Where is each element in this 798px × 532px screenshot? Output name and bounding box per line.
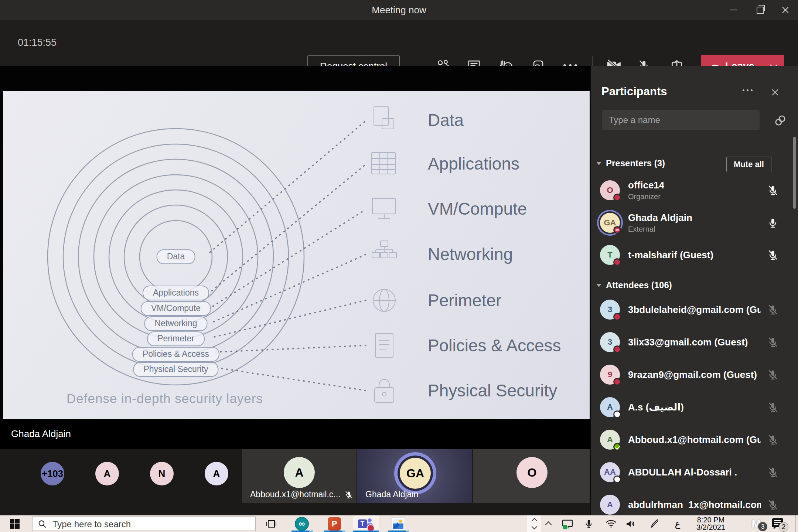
participant-name: 3lix33@gmail.com (Guest) — [628, 337, 748, 348]
shared-screen-stage: Data Applications VM/Compute Networking … — [0, 66, 590, 449]
participant-avatar: A — [205, 462, 228, 485]
presence-badge — [613, 443, 621, 451]
layer-pill-perimeter: Perimeter — [147, 331, 205, 346]
participant-row-t-malsharif[interactable]: T t-malsharif (Guest) — [591, 239, 798, 271]
participant-name: abdulrhman_1x@hotmail.com — [628, 499, 761, 511]
legend-label-policies-access: Policies & Access — [428, 335, 561, 355]
participant-filmstrip: +103 A N A A Abboud.x1@hotmail.c... GA G… — [0, 449, 590, 515]
layer-pill-applications: Applications — [143, 286, 209, 300]
avatar: O — [600, 180, 620, 200]
mic-off-icon[interactable] — [767, 304, 779, 316]
taskbar-search-input[interactable] — [52, 517, 253, 531]
avatar: A — [284, 457, 315, 488]
overflow-participants-avatar[interactable]: +103 — [41, 462, 64, 485]
windows-taskbar: ∞ P T — [0, 515, 798, 532]
video-tile-ghada-active-speaker[interactable]: GA Ghada Aldjain — [357, 449, 472, 503]
close-button[interactable] — [773, 0, 798, 20]
participant-row-office14[interactable]: O office14 Organizer — [591, 174, 798, 207]
mic-off-icon[interactable] — [767, 466, 779, 478]
participant-row-ghada[interactable]: GA Ghada Aldjain External — [591, 207, 798, 239]
panel-more-button[interactable] — [743, 89, 753, 91]
attendees-section-header[interactable]: Attendees (106) — [596, 280, 672, 290]
mic-off-icon[interactable] — [767, 434, 779, 446]
call-control-bar: 01:15:55 Request control — [0, 20, 798, 66]
close-icon — [771, 88, 779, 96]
mic-off-icon[interactable] — [767, 249, 779, 261]
avatar: 3 — [600, 332, 620, 352]
tray-scroll-buttons[interactable] — [527, 515, 541, 532]
org-chart-icon — [372, 241, 396, 258]
participant-row[interactable]: 3 3bdulelaheid@gmail.com (Gu... — [591, 293, 798, 326]
legend-label-networking: Networking — [428, 244, 513, 264]
taskbar-app-photos[interactable] — [385, 515, 411, 532]
wifi-icon — [606, 519, 617, 528]
slide-caption: Defense in-depth security layers — [66, 391, 263, 406]
running-indicator — [324, 531, 342, 532]
apps-grid-icon — [372, 153, 395, 174]
mic-off-icon — [344, 490, 353, 499]
video-tile-o[interactable]: O — [473, 449, 590, 503]
avatar-initials: 3 — [608, 305, 612, 314]
tile-participant-name: Abboud.x1@hotmail.c... — [250, 490, 341, 499]
participant-search-input[interactable] — [602, 110, 760, 130]
tray-cast-icon[interactable] — [559, 515, 576, 532]
participant-row[interactable]: A abdulrhman_1x@hotmail.com — [591, 488, 798, 515]
start-button[interactable] — [7, 518, 23, 529]
mic-off-icon[interactable] — [767, 401, 779, 413]
mic-off-icon[interactable] — [767, 369, 779, 381]
legend-label-vm-compute: VM/Compute — [428, 199, 527, 219]
participant-name: ABDULLAH Al-Dossari . — [628, 467, 737, 478]
taskbar-app-powerpoint[interactable]: P — [321, 515, 347, 532]
avatar-initials: 9 — [608, 370, 612, 379]
participant-row[interactable]: AA ABDULLAH Al-Dossari . — [591, 456, 798, 488]
presenters-section-header[interactable]: Presenters (3) — [596, 158, 665, 168]
mic-off-icon[interactable] — [767, 336, 779, 348]
tray-mic-icon[interactable] — [581, 515, 597, 532]
speaker-icon — [625, 519, 636, 528]
mic-off-icon[interactable] — [767, 184, 779, 196]
copy-join-link-button[interactable] — [773, 113, 788, 128]
presenters-header-label: Presenters (3) — [606, 158, 665, 168]
notifications-badge: 2 — [779, 522, 788, 532]
restore-button[interactable] — [747, 0, 773, 20]
avatar-initials: A — [607, 402, 613, 412]
monitor-icon — [372, 198, 395, 219]
presenter-name-bar: Ghada Aldjain — [0, 419, 590, 449]
presence-badge — [613, 258, 621, 266]
show-desktop-button[interactable] — [795, 515, 798, 532]
taskbar-search[interactable] — [32, 516, 256, 531]
video-tile-abboud[interactable]: A Abboud.x1@hotmail.c... — [242, 449, 357, 503]
presence-badge — [613, 345, 621, 353]
mute-all-button[interactable]: Mute all — [726, 157, 771, 172]
presence-badge — [613, 313, 621, 321]
chevron-down-icon — [596, 284, 601, 287]
participant-row[interactable]: A A.s (الضيف) — [591, 391, 798, 423]
avatar-initials: O — [607, 185, 613, 195]
tray-wifi-icon[interactable] — [603, 515, 619, 532]
tray-language-indicator[interactable]: ع — [669, 515, 686, 532]
task-view-button[interactable] — [263, 518, 279, 530]
participant-row[interactable]: 3 3lix33@gmail.com (Guest) — [591, 326, 798, 358]
participant-row[interactable]: A Abboud.x1@hotmail.com (Gu... — [591, 423, 798, 456]
show-hidden-icons-button[interactable] — [540, 515, 556, 532]
taskbar-app-teams[interactable]: T — [353, 515, 379, 532]
tray-volume-icon[interactable] — [623, 515, 639, 532]
running-indicator — [388, 531, 406, 532]
minimize-button[interactable] — [721, 0, 746, 20]
shared-slide: Data Applications VM/Compute Networking … — [3, 91, 590, 419]
layer-pill-networking: Networking — [144, 316, 207, 331]
mic-off-icon[interactable] — [767, 499, 779, 511]
panel-title: Participants — [601, 85, 667, 98]
close-icon — [781, 6, 790, 14]
avatar: A — [600, 495, 620, 515]
taskbar-app-arduino[interactable]: ∞ — [289, 515, 315, 532]
participant-name: 3bdulelaheid@gmail.com (Gu... — [628, 304, 761, 316]
panel-close-button[interactable] — [768, 85, 782, 100]
title-bar: Meeting now — [0, 0, 798, 20]
participant-row[interactable]: 9 9razan9@gmail.com (Guest) — [591, 358, 798, 391]
mic-on-icon[interactable] — [767, 217, 779, 229]
avatar-initials: AA — [604, 467, 616, 477]
tray-pen-icon[interactable] — [647, 515, 663, 532]
tray-clock[interactable]: 8:20 PM 3/2/2021 — [692, 516, 730, 531]
avatar: AA — [600, 462, 620, 482]
